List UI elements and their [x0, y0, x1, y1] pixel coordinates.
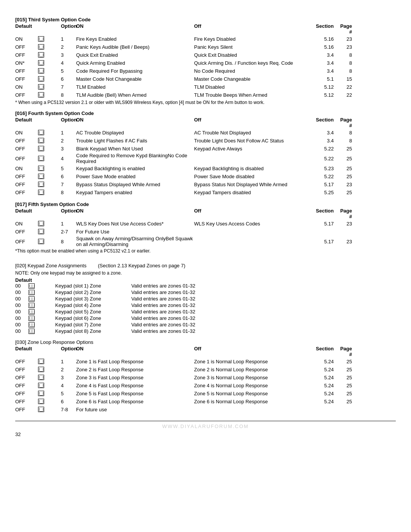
row-off: Zone 5 is Normal Loop Response — [194, 391, 312, 396]
row-off: AC Trouble Not Displayed — [194, 130, 312, 136]
row-off: No Code Required — [194, 68, 312, 74]
row-checkbox: l__l — [38, 367, 61, 372]
row-option: 1 — [61, 359, 76, 364]
header-section: Section — [312, 117, 337, 128]
row-section: 5.22 — [312, 174, 337, 179]
slot-valid: Valid entries are zones 01-32 — [131, 322, 396, 328]
header-on: ON — [76, 346, 194, 357]
row-checkbox: l__l — [38, 146, 61, 151]
row-option: 8 — [61, 92, 76, 98]
header-default: Default — [15, 346, 38, 357]
row-option: 2 — [61, 44, 76, 50]
table-row: OFF l__l 7-8 For future use — [15, 406, 396, 413]
section-020-title: [020] Keypad Zone Assignments — [15, 263, 86, 268]
row-off: Zone 1 is Normal Loop Response — [194, 359, 312, 364]
slot-checkbox: l__l__l — [29, 290, 55, 295]
row-on: Zone 3 is Fast Loop Response — [76, 375, 194, 380]
table-row: ON l__l 1 WLS Key Does Not Use Access Co… — [15, 220, 396, 227]
table-row: OFF l__l 8 TLM Audible (Bell) When Armed… — [15, 91, 396, 99]
table-row: OFF l__l 6 Zone 6 is Fast Loop Response … — [15, 398, 396, 405]
row-off: Zone 2 is Normal Loop Response — [194, 367, 312, 372]
table-row: OFF l__l 8 Keypad Tampers enabled Keypad… — [15, 189, 396, 196]
header-on: ON — [76, 23, 194, 35]
row-checkbox: l__l — [38, 239, 61, 244]
row-checkbox: l__l — [38, 182, 61, 187]
row-on: TLM Audible (Bell) When Armed — [76, 92, 194, 98]
slot-valid: Valid entries are zones 01-32 — [131, 328, 396, 334]
row-on: Zone 5 is Fast Loop Response — [76, 391, 194, 396]
row-page: 25 — [337, 383, 352, 388]
row-checkbox: l__l — [38, 60, 61, 66]
row-off: Keypad Backlighting is disabled — [194, 166, 312, 171]
row-option: 2 — [61, 367, 76, 372]
row-page: 25 — [337, 391, 352, 396]
row-default: OFF — [15, 229, 38, 235]
row-on: Master Code Not Changeable — [76, 76, 194, 82]
slot-valid: Valid entries are zones 01-32 — [131, 296, 396, 302]
row-option: 5 — [61, 166, 76, 171]
row-on: Fire Keys Enabled — [76, 36, 194, 42]
row-checkbox: l__l — [38, 156, 61, 161]
slot-default: 00 — [15, 289, 29, 295]
header-off: Off — [194, 117, 312, 128]
row-section: 3.4 — [312, 138, 337, 144]
slot-label: Keypad (slot 2) Zone — [55, 289, 131, 295]
section-020-subtitle: (Section 2.13 Keypad Zones on page 7) — [98, 263, 185, 268]
row-section: 5.17 — [312, 182, 337, 187]
slot-default: 00 — [15, 309, 29, 315]
table-row: OFF l__l 4 Zone 4 is Fast Loop Response … — [15, 382, 396, 389]
header-section: Section — [312, 23, 337, 35]
row-section: 5.22 — [312, 156, 337, 161]
section-017-headers: Default Option ON Off Section Page # — [15, 208, 396, 219]
header-off: Off — [194, 208, 312, 219]
row-option: 8 — [61, 190, 76, 195]
row-page: 22 — [337, 84, 352, 90]
row-option: 5 — [61, 68, 76, 74]
slot-default: 00 — [15, 302, 29, 308]
header-on: ON — [76, 208, 194, 219]
row-option: 6 — [61, 174, 76, 179]
section-030-title: [030] Zone Loop Response Options — [15, 339, 396, 345]
table-row: OFF l__l 2-7 For Future Use — [15, 228, 396, 235]
row-default: ON — [15, 36, 38, 42]
slot-checkbox: l__l__l — [29, 303, 55, 308]
table-row: OFF l__l 6 Master Code Not Changeable Ma… — [15, 75, 396, 83]
table-row: OFF l__l 2 Zone 2 is Fast Loop Response … — [15, 366, 396, 373]
row-checkbox: l__l — [38, 229, 61, 234]
slot-label: Keypad (slot 8) Zone — [55, 328, 131, 334]
row-section: 5.24 — [312, 399, 337, 404]
row-off: TLM Trouble Beeps When Armed — [194, 92, 312, 98]
keypad-slot-row: 00 l__l__l Keypad (slot 5) Zone Valid en… — [15, 309, 396, 315]
row-checkbox: l__l — [38, 174, 61, 179]
row-checkbox: l__l — [38, 36, 61, 42]
row-page: 25 — [337, 146, 352, 152]
header-checkbox-spacer — [38, 346, 61, 357]
header-on: ON — [76, 117, 194, 128]
row-option: 2-7 — [61, 229, 76, 235]
row-checkbox: l__l — [38, 221, 61, 226]
slot-valid: Valid entries are zones 01-32 — [131, 302, 396, 308]
row-option: 6 — [61, 76, 76, 82]
header-option: Option — [61, 208, 76, 219]
keypad-slot-row: 00 l__l__l Keypad (slot 6) Zone Valid en… — [15, 315, 396, 321]
row-section: 5.12 — [312, 84, 337, 90]
header-off: Off — [194, 346, 312, 357]
row-option: 3 — [61, 52, 76, 58]
table-row: OFF l__l 5 Code Required For Bypassing N… — [15, 67, 396, 75]
section-016-title: [016] Fourth System Option Code — [15, 110, 396, 116]
slot-label: Keypad (slot 5) Zone — [55, 309, 131, 315]
slot-checkbox: l__l__l — [29, 329, 55, 334]
row-option: 1 — [61, 130, 76, 136]
slot-default: 00 — [15, 296, 29, 302]
row-default: ON — [15, 84, 38, 90]
row-default: OFF — [15, 156, 38, 161]
table-row: OFF l__l 3 Zone 3 is Fast Loop Response … — [15, 374, 396, 381]
keypad-slot-row: 00 l__l__l Keypad (slot 1) Zone Valid en… — [15, 283, 396, 289]
row-default: OFF — [15, 359, 38, 364]
row-page: 25 — [337, 359, 352, 364]
row-default: OFF — [15, 92, 38, 98]
keypad-slot-row: 00 l__l__l Keypad (slot 8) Zone Valid en… — [15, 328, 396, 334]
section-015-title: [015] Third System Option Code — [15, 17, 396, 22]
slot-valid: Valid entries are zones 01-32 — [131, 315, 396, 321]
slot-default: 00 — [15, 283, 29, 289]
